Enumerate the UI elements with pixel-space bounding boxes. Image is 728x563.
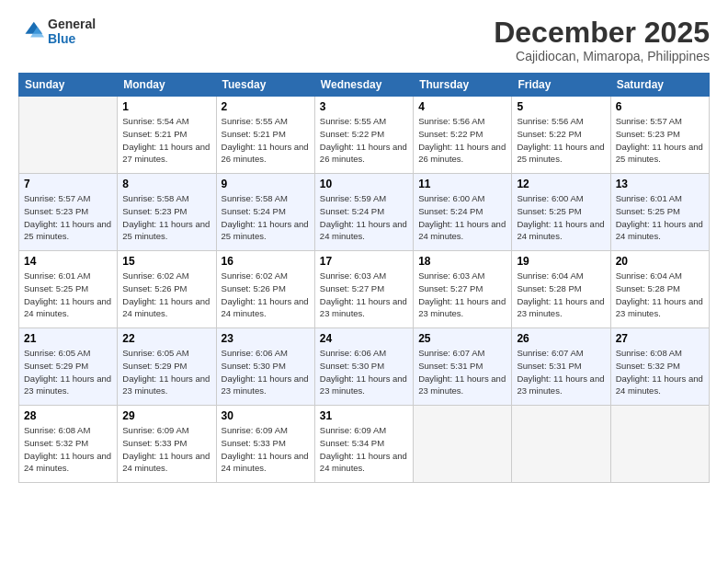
table-row: 29Sunrise: 6:09 AMSunset: 5:33 PMDayligh…: [118, 406, 216, 483]
day-number: 8: [122, 178, 210, 190]
header-monday: Monday: [118, 74, 216, 97]
day-info: Sunrise: 6:02 AMSunset: 5:26 PMDaylight:…: [122, 270, 210, 320]
day-number: 21: [24, 332, 112, 345]
day-info: Sunrise: 6:09 AMSunset: 5:33 PMDaylight:…: [122, 424, 210, 475]
day-info: Sunrise: 5:55 AMSunset: 5:21 PMDaylight:…: [222, 115, 310, 166]
day-number: 9: [222, 178, 310, 190]
table-row: 14Sunrise: 6:01 AMSunset: 5:25 PMDayligh…: [19, 251, 118, 328]
calendar-table: Sunday Monday Tuesday Wednesday Thursday…: [18, 73, 710, 483]
table-row: 22Sunrise: 6:05 AMSunset: 5:29 PMDayligh…: [118, 328, 216, 406]
day-info: Sunrise: 5:58 AMSunset: 5:24 PMDaylight:…: [222, 192, 310, 243]
day-info: Sunrise: 6:03 AMSunset: 5:27 PMDaylight:…: [320, 270, 408, 320]
table-row: [512, 406, 610, 483]
day-info: Sunrise: 6:08 AMSunset: 5:32 PMDaylight:…: [616, 347, 704, 397]
table-row: 5Sunrise: 5:56 AMSunset: 5:22 PMDaylight…: [512, 97, 610, 174]
title-block: December 2025 Cajidiocan, Mimaropa, Phil…: [494, 17, 710, 63]
calendar-week-row: 1Sunrise: 5:54 AMSunset: 5:21 PMDaylight…: [19, 97, 710, 174]
header-friday: Friday: [512, 74, 610, 97]
day-number: 16: [222, 255, 310, 268]
day-info: Sunrise: 6:01 AMSunset: 5:25 PMDaylight:…: [24, 270, 112, 320]
table-row: 24Sunrise: 6:06 AMSunset: 5:30 PMDayligh…: [314, 328, 413, 406]
table-row: [610, 406, 709, 483]
day-info: Sunrise: 6:04 AMSunset: 5:28 PMDaylight:…: [616, 270, 704, 320]
day-info: Sunrise: 6:06 AMSunset: 5:30 PMDaylight:…: [320, 347, 408, 397]
table-row: 8Sunrise: 5:58 AMSunset: 5:23 PMDaylight…: [118, 174, 216, 251]
header-tuesday: Tuesday: [216, 74, 314, 97]
table-row: 13Sunrise: 6:01 AMSunset: 5:25 PMDayligh…: [610, 174, 709, 251]
day-number: 18: [418, 255, 506, 268]
day-info: Sunrise: 6:05 AMSunset: 5:29 PMDaylight:…: [24, 347, 112, 397]
day-number: 29: [122, 409, 210, 422]
day-number: 23: [222, 332, 310, 345]
calendar-header-row: Sunday Monday Tuesday Wednesday Thursday…: [19, 74, 710, 97]
day-info: Sunrise: 6:06 AMSunset: 5:30 PMDaylight:…: [222, 347, 310, 397]
table-row: [19, 97, 118, 174]
day-info: Sunrise: 6:03 AMSunset: 5:27 PMDaylight:…: [418, 270, 506, 320]
table-row: 4Sunrise: 5:56 AMSunset: 5:22 PMDaylight…: [414, 97, 512, 174]
day-number: 12: [517, 178, 605, 190]
calendar-week-row: 14Sunrise: 6:01 AMSunset: 5:25 PMDayligh…: [19, 251, 710, 328]
table-row: 25Sunrise: 6:07 AMSunset: 5:31 PMDayligh…: [414, 328, 512, 406]
table-row: 23Sunrise: 6:06 AMSunset: 5:30 PMDayligh…: [216, 328, 314, 406]
table-row: 6Sunrise: 5:57 AMSunset: 5:23 PMDaylight…: [610, 97, 709, 174]
day-info: Sunrise: 6:02 AMSunset: 5:26 PMDaylight:…: [222, 270, 310, 320]
table-row: 27Sunrise: 6:08 AMSunset: 5:32 PMDayligh…: [610, 328, 709, 406]
day-number: 14: [24, 255, 112, 268]
table-row: 17Sunrise: 6:03 AMSunset: 5:27 PMDayligh…: [314, 251, 413, 328]
table-row: 1Sunrise: 5:54 AMSunset: 5:21 PMDaylight…: [118, 97, 216, 174]
day-info: Sunrise: 5:59 AMSunset: 5:24 PMDaylight:…: [320, 192, 408, 243]
table-row: 9Sunrise: 5:58 AMSunset: 5:24 PMDaylight…: [216, 174, 314, 251]
table-row: 21Sunrise: 6:05 AMSunset: 5:29 PMDayligh…: [19, 328, 118, 406]
table-row: 19Sunrise: 6:04 AMSunset: 5:28 PMDayligh…: [512, 251, 610, 328]
day-number: 24: [320, 332, 408, 345]
day-info: Sunrise: 5:55 AMSunset: 5:22 PMDaylight:…: [320, 115, 408, 166]
table-row: 18Sunrise: 6:03 AMSunset: 5:27 PMDayligh…: [414, 251, 512, 328]
table-row: 16Sunrise: 6:02 AMSunset: 5:26 PMDayligh…: [216, 251, 314, 328]
table-row: 7Sunrise: 5:57 AMSunset: 5:23 PMDaylight…: [19, 174, 118, 251]
table-row: 20Sunrise: 6:04 AMSunset: 5:28 PMDayligh…: [610, 251, 709, 328]
logo-icon: [18, 18, 44, 44]
calendar-week-row: 21Sunrise: 6:05 AMSunset: 5:29 PMDayligh…: [19, 328, 710, 406]
day-number: 15: [122, 255, 210, 268]
day-number: 22: [122, 332, 210, 345]
header-sunday: Sunday: [19, 74, 118, 97]
header-saturday: Saturday: [610, 74, 709, 97]
day-info: Sunrise: 5:58 AMSunset: 5:23 PMDaylight:…: [122, 192, 210, 243]
table-row: 28Sunrise: 6:08 AMSunset: 5:32 PMDayligh…: [19, 406, 118, 483]
day-number: 31: [320, 409, 408, 422]
day-info: Sunrise: 6:04 AMSunset: 5:28 PMDaylight:…: [517, 270, 605, 320]
day-number: 5: [517, 100, 605, 113]
table-row: 10Sunrise: 5:59 AMSunset: 5:24 PMDayligh…: [314, 174, 413, 251]
logo: General Blue: [18, 17, 96, 46]
day-info: Sunrise: 6:05 AMSunset: 5:29 PMDaylight:…: [122, 347, 210, 397]
page-title: December 2025: [494, 17, 710, 49]
day-number: 11: [418, 178, 506, 190]
header: General Blue December 2025 Cajidiocan, M…: [18, 17, 710, 63]
day-info: Sunrise: 6:09 AMSunset: 5:34 PMDaylight:…: [320, 424, 408, 475]
day-info: Sunrise: 6:08 AMSunset: 5:32 PMDaylight:…: [24, 424, 112, 475]
table-row: 15Sunrise: 6:02 AMSunset: 5:26 PMDayligh…: [118, 251, 216, 328]
day-info: Sunrise: 6:00 AMSunset: 5:25 PMDaylight:…: [517, 192, 605, 243]
day-number: 19: [517, 255, 605, 268]
day-number: 28: [24, 409, 112, 422]
day-info: Sunrise: 5:56 AMSunset: 5:22 PMDaylight:…: [517, 115, 605, 166]
table-row: [414, 406, 512, 483]
table-row: 2Sunrise: 5:55 AMSunset: 5:21 PMDaylight…: [216, 97, 314, 174]
day-info: Sunrise: 6:01 AMSunset: 5:25 PMDaylight:…: [616, 192, 704, 243]
header-wednesday: Wednesday: [314, 74, 413, 97]
day-info: Sunrise: 6:07 AMSunset: 5:31 PMDaylight:…: [418, 347, 506, 397]
day-info: Sunrise: 6:00 AMSunset: 5:24 PMDaylight:…: [418, 192, 506, 243]
table-row: 11Sunrise: 6:00 AMSunset: 5:24 PMDayligh…: [414, 174, 512, 251]
table-row: 26Sunrise: 6:07 AMSunset: 5:31 PMDayligh…: [512, 328, 610, 406]
day-number: 25: [418, 332, 506, 345]
calendar-week-row: 28Sunrise: 6:08 AMSunset: 5:32 PMDayligh…: [19, 406, 710, 483]
page-subtitle: Cajidiocan, Mimaropa, Philippines: [494, 49, 710, 63]
header-thursday: Thursday: [414, 74, 512, 97]
day-number: 3: [320, 100, 408, 113]
calendar-page: General Blue December 2025 Cajidiocan, M…: [0, 0, 728, 563]
day-number: 10: [320, 178, 408, 190]
day-number: 27: [616, 332, 704, 345]
day-number: 13: [616, 178, 704, 190]
day-info: Sunrise: 5:56 AMSunset: 5:22 PMDaylight:…: [418, 115, 506, 166]
table-row: 30Sunrise: 6:09 AMSunset: 5:33 PMDayligh…: [216, 406, 314, 483]
